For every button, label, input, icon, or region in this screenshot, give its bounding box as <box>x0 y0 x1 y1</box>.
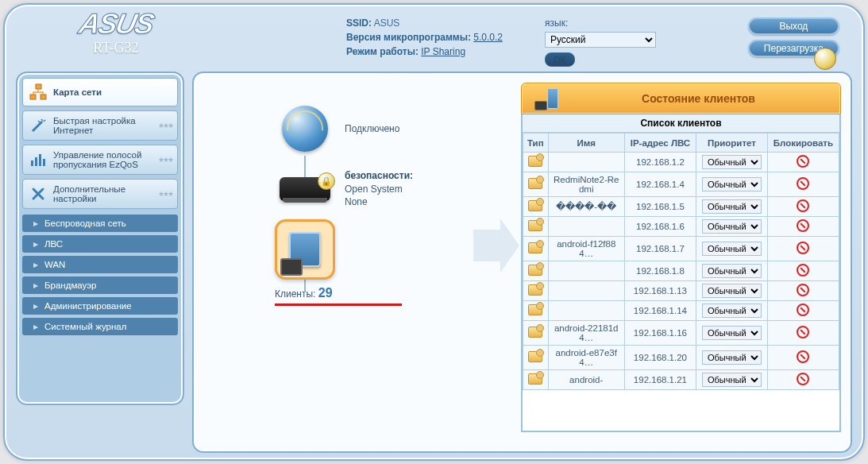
mode-link[interactable]: IP Sharing <box>421 46 465 57</box>
svg-marker-7 <box>473 218 519 273</box>
client-name <box>548 153 624 172</box>
panel-title: Состояние клиентов <box>569 92 827 105</box>
clients-table-scroll[interactable]: Список клиентов Тип Имя IP-адрес ЛВС При… <box>521 114 841 432</box>
router-node[interactable]: 🔒 <box>275 165 335 213</box>
block-icon[interactable] <box>797 284 809 296</box>
monitor-icon <box>280 258 303 276</box>
client-ip: 192.168.1.6 <box>624 217 696 237</box>
block-icon[interactable] <box>797 219 809 232</box>
sidebar-sub-syslog[interactable]: Системный журнал <box>22 318 178 335</box>
fw-link[interactable]: 5.0.0.2 <box>473 32 503 43</box>
client-type-icon <box>528 156 542 167</box>
client-type-icon <box>528 351 542 362</box>
client-type-icon <box>528 327 542 338</box>
priority-select[interactable]: Обычный <box>702 219 762 234</box>
sidebar-sub-firewall[interactable]: Брандмауэр <box>22 276 178 294</box>
decor-stars-icon: ★★★ <box>158 122 172 130</box>
table-caption: Список клиентов <box>523 114 839 133</box>
sidebar-sub-admin[interactable]: Администрирование <box>22 297 178 315</box>
priority-select[interactable]: Обычный <box>702 326 762 340</box>
mascot-icon <box>814 48 836 70</box>
client-ip: 192.168.1.20 <box>624 346 696 370</box>
lang-select[interactable]: Русский <box>545 32 656 48</box>
table-row: 192.168.1.14Обычный <box>523 301 839 321</box>
ssid-value: ASUS <box>374 17 400 29</box>
wand-icon <box>29 117 47 134</box>
svg-rect-4 <box>35 157 37 166</box>
svg-rect-1 <box>30 95 36 99</box>
clients-node[interactable] <box>275 219 335 280</box>
client-name: RedmiNote2-Redmi <box>548 172 624 197</box>
topology: Подключено 🔒 безопасности: Open System N… <box>203 83 473 442</box>
client-ip: 192.168.1.21 <box>624 370 696 390</box>
svg-rect-5 <box>39 154 41 166</box>
sidebar-sub-wan[interactable]: WAN <box>22 256 178 273</box>
block-icon[interactable] <box>797 326 809 338</box>
client-name: android-22181d4… <box>548 321 624 346</box>
priority-select[interactable]: Обычный <box>702 155 762 169</box>
svg-rect-2 <box>41 95 46 99</box>
client-name <box>548 261 624 281</box>
priority-select[interactable]: Обычный <box>702 350 762 365</box>
priority-select[interactable]: Обычный <box>702 264 762 278</box>
priority-select[interactable]: Обычный <box>702 242 762 256</box>
table-row: 192.168.1.8Обычный <box>523 261 839 281</box>
client-name <box>548 217 624 237</box>
col-prio: Приоритет <box>696 133 768 153</box>
sidebar-item-label: Управление полосой пропускания EzQoS <box>53 150 171 169</box>
col-type: Тип <box>523 133 549 153</box>
client-name <box>548 281 624 301</box>
priority-select[interactable]: Обычный <box>702 284 762 298</box>
sidebar-item-label: Быстрая настройка Интернет <box>53 116 171 135</box>
block-icon[interactable] <box>797 264 809 276</box>
priority-select[interactable]: Обычный <box>702 373 762 387</box>
clients-panel: Состояние клиентов Список клиентов Тип И… <box>521 83 841 442</box>
client-ip: 192.168.1.16 <box>624 321 696 346</box>
client-type-icon <box>528 178 542 189</box>
internet-node[interactable] <box>275 99 335 159</box>
security-label: безопасности: <box>345 170 413 181</box>
main-panel: Подключено 🔒 безопасности: Open System N… <box>192 72 852 453</box>
lang-ok-button[interactable]: OK <box>545 52 575 67</box>
client-type-icon <box>528 265 542 276</box>
priority-select[interactable]: Обычный <box>702 177 762 191</box>
fw-label: Версия микропрограммы: <box>346 32 471 43</box>
col-name: Имя <box>548 133 624 153</box>
sidebar-sub-lan[interactable]: ЛВС <box>22 235 178 253</box>
sidebar-item-advanced[interactable]: Дополнительные настройки ★★★ <box>22 179 178 209</box>
table-row: android-192.168.1.21Обычный <box>523 370 839 390</box>
ssid-label: SSID: <box>346 17 372 29</box>
block-icon[interactable] <box>797 350 809 363</box>
block-icon[interactable] <box>797 199 809 212</box>
block-icon[interactable] <box>797 155 809 168</box>
sidebar-item-label: Дополнительные настройки <box>53 184 171 203</box>
priority-select[interactable]: Обычный <box>702 199 762 214</box>
client-ip: 192.168.1.8 <box>624 261 696 281</box>
block-icon[interactable] <box>797 304 809 316</box>
client-ip: 192.168.1.13 <box>624 281 696 301</box>
mode-label: Режим работы: <box>346 46 419 57</box>
block-icon[interactable] <box>797 373 809 385</box>
sidebar-item-ezqos[interactable]: Управление полосой пропускания EzQoS ★★★ <box>22 145 178 175</box>
client-name: ����-�� <box>548 197 624 217</box>
sidebar-sub-wireless[interactable]: Беспроводная сеть <box>22 215 178 232</box>
block-icon[interactable] <box>797 177 809 190</box>
lang-label: язык: <box>545 17 664 29</box>
block-icon[interactable] <box>797 242 809 254</box>
decor-stars-icon: ★★★ <box>158 190 172 198</box>
table-row: android-f12f884…192.168.1.7Обычный <box>523 237 839 261</box>
brand-block: ASUS RT-G32 <box>29 10 203 56</box>
internet-status: Подключено <box>345 122 399 136</box>
priority-select[interactable]: Обычный <box>702 304 762 318</box>
client-type-icon <box>528 242 542 253</box>
svg-rect-6 <box>43 159 45 166</box>
router-icon: 🔒 <box>280 177 330 201</box>
sidebar-item-network-map[interactable]: Карта сети <box>22 78 178 106</box>
globe-icon <box>282 106 328 152</box>
sidebar-item-quick-setup[interactable]: Быстрая настройка Интернет ★★★ <box>22 110 178 141</box>
svg-rect-0 <box>36 84 41 89</box>
security-enc: None <box>345 196 368 207</box>
logout-button[interactable]: Выход <box>748 17 839 35</box>
decor-stars-icon: ★★★ <box>158 156 172 164</box>
table-row: 192.168.1.2Обычный <box>523 153 839 172</box>
